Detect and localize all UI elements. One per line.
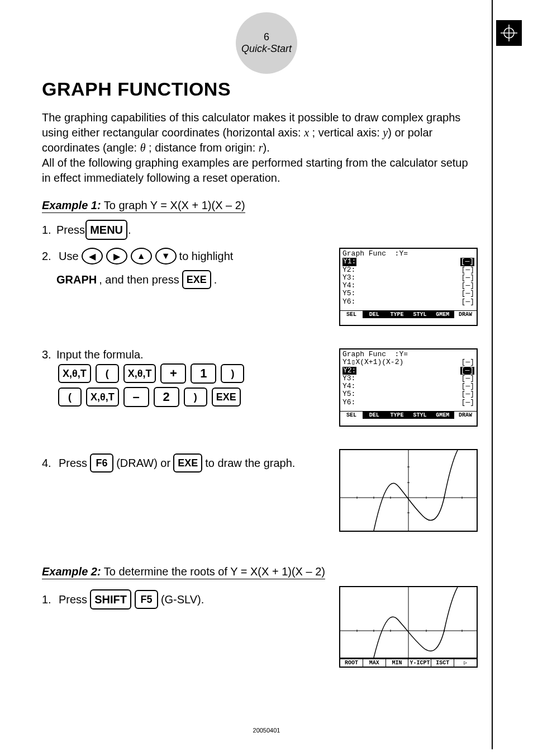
x-theta-t-key: X,θ,T: [86, 388, 119, 407]
paren-open-key: (: [58, 388, 82, 407]
step-4: 4. Press F6 (DRAW) or EXE to draw the gr…: [42, 453, 322, 472]
screen-row: Y5:: [342, 290, 355, 297]
var-y: y: [383, 126, 388, 139]
f5-key: F5: [135, 590, 158, 609]
softkey: DRAW: [454, 412, 477, 419]
screen-row: Y1:: [342, 258, 356, 266]
screen-title: Graph Func :Y=: [342, 351, 408, 358]
cursor-left-key: ◀: [82, 248, 103, 264]
step-text: Use: [59, 250, 79, 263]
screen-row: Y5:: [342, 390, 355, 398]
softkey: DRAW: [454, 311, 477, 318]
calc-screen-graph-2: ROOT MAX MIN Y-ICPT ISCT ▷: [339, 586, 478, 668]
ex2-step-1: 1. Press SHIFT F5 (G-SLV).: [42, 589, 322, 609]
screen-bracket: [—]: [461, 375, 474, 382]
softkey: STYL: [408, 412, 431, 419]
softkey: MAX: [363, 659, 386, 667]
screen-formula: Y1▯X(X+1)(X-2): [342, 358, 403, 366]
screen-row: Y2:: [342, 367, 356, 375]
step-text: Press: [56, 224, 85, 237]
page-title: GRAPH FUNCTIONS: [42, 78, 478, 100]
step-text: .: [128, 224, 131, 237]
softkey: MIN: [386, 659, 409, 667]
softkey: SEL: [340, 311, 363, 318]
softkey: ROOT: [340, 659, 363, 667]
softkey: SEL: [340, 412, 363, 419]
step-number: 2.: [42, 250, 56, 263]
two-key: 2: [154, 387, 179, 407]
paren-close-key: ): [221, 364, 244, 383]
softkey: DEL: [363, 311, 386, 318]
var-r: r: [259, 141, 263, 154]
softkey: DEL: [363, 412, 386, 419]
exe-key: EXE: [212, 388, 241, 407]
screen-title: Graph Func :Y=: [342, 250, 408, 258]
screen-row: Y3:: [342, 274, 355, 282]
page-number: 6: [264, 31, 269, 43]
step-text: Press: [59, 457, 87, 470]
softkey: GMEM: [431, 311, 454, 318]
exe-key: EXE: [182, 270, 211, 289]
screen-bracket: [—]: [461, 298, 474, 306]
step-text: Input the formula.: [56, 348, 144, 361]
intro-paragraph: The graphing capabilities of this calcul…: [42, 110, 478, 186]
example-2-heading: Example 2: To determine the roots of Y =…: [42, 565, 478, 579]
formula-keys-row2: ( X,θ,T – 2 ) EXE: [58, 387, 322, 407]
cursor-right-key: ▶: [106, 248, 127, 264]
paren-open-key: (: [96, 364, 119, 383]
screen-bracket: [—]: [461, 390, 474, 398]
softkey: TYPE: [386, 311, 409, 318]
intro-text: ).: [263, 141, 270, 154]
x-theta-t-key: X,θ,T: [58, 364, 91, 383]
shift-key: SHIFT: [90, 589, 131, 609]
screen-bracket: [—]: [461, 382, 474, 390]
step-text: .: [214, 273, 217, 286]
registration-mark: [496, 20, 522, 46]
step-text: , and then press: [99, 273, 179, 286]
right-margin-rule: [492, 0, 493, 749]
highlight-word: GRAPH: [56, 273, 97, 286]
softkey: Y-ICPT: [408, 659, 431, 667]
cursor-up-key: ▲: [131, 248, 152, 264]
screen-row: Y4:: [342, 282, 355, 290]
screen-row: Y6:: [342, 298, 355, 306]
x-theta-t-key: X,θ,T: [123, 364, 156, 383]
menu-key: MENU: [85, 220, 127, 240]
var-theta: θ: [140, 141, 146, 154]
screen-bracket: [—]: [461, 399, 474, 407]
example-label: Example 2:: [42, 565, 101, 578]
screen-bracket: [—]: [460, 258, 474, 266]
step-number: 4.: [42, 457, 56, 470]
paren-close-key: ): [184, 388, 207, 407]
minus-key: –: [123, 387, 149, 407]
cursor-down-key: ▼: [155, 248, 177, 264]
step-2: 2. Use ◀ ▶ ▲ ▼ to highlight: [42, 248, 322, 264]
screen-row: Y3:: [342, 375, 355, 382]
intro-text-2: All of the following graphing examples a…: [42, 157, 468, 184]
screen-row: Y4:: [342, 382, 355, 390]
var-x: x: [304, 126, 309, 139]
step-3: 3. Input the formula.: [42, 348, 322, 361]
one-key: 1: [191, 363, 216, 384]
step-text: Press: [59, 593, 87, 606]
step-text: to highlight: [179, 250, 234, 263]
footer-date: 20050401: [0, 727, 533, 734]
step-text: (DRAW) or: [116, 457, 170, 470]
calc-screen-1: Graph Func :Y= Y1:[—] Y2:[—] Y3:[—] Y4:[…: [339, 248, 478, 326]
example-text: To determine the roots of Y = X(X + 1)(X…: [101, 565, 325, 578]
softkey: ISCT: [431, 659, 454, 667]
step-1: 1. Press MENU .: [42, 220, 478, 240]
screen-bracket: [—]: [461, 290, 474, 297]
example-label: Example 1:: [42, 199, 101, 211]
screen-row: Y6:: [342, 399, 355, 407]
screen-bracket: [—]: [461, 358, 474, 366]
softkey: GMEM: [431, 412, 454, 419]
intro-text: ; vertical axis:: [309, 126, 383, 139]
step-text: (G-SLV).: [161, 593, 204, 606]
section-name: Quick-Start: [241, 43, 292, 55]
softkey: ▷: [454, 659, 477, 667]
example-text: To graph Y = X(X + 1)(X – 2): [101, 199, 245, 211]
screen-bracket: [—]: [461, 274, 474, 282]
screen-bracket: [—]: [461, 266, 474, 274]
exe-key: EXE: [173, 453, 202, 472]
